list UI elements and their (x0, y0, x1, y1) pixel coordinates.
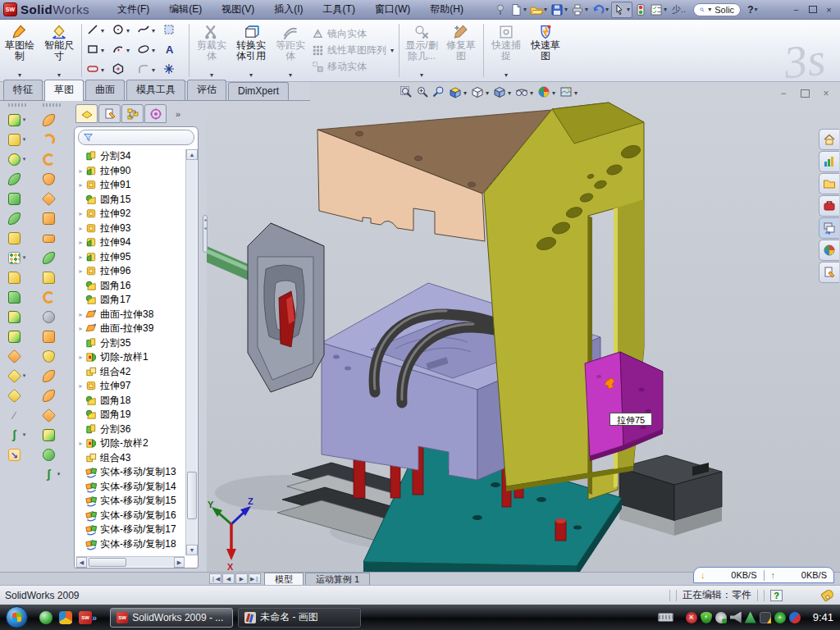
expand-arrow-icon[interactable]: ▸ (76, 239, 85, 246)
caret-down-icon[interactable]: ▾ (23, 136, 26, 143)
custom-properties-tab[interactable] (819, 262, 839, 283)
point-button[interactable] (161, 61, 186, 80)
mirror-entities-button[interactable]: 镜向实体 (312, 27, 395, 42)
caret-down-icon[interactable]: ▾ (126, 47, 130, 54)
rebuild-button[interactable] (633, 2, 648, 17)
tags-icon[interactable] (820, 588, 835, 602)
slot-button[interactable]: ▾ (84, 61, 110, 80)
caret-down-icon[interactable]: ▾ (552, 89, 555, 97)
spiral-button[interactable]: ʃ▾ (43, 464, 62, 484)
caret-down-icon[interactable]: ▾ (486, 89, 489, 97)
smart-dimension-button[interactable]: 智能尺寸 ▾ (39, 20, 79, 81)
delete-face-button[interactable] (43, 307, 62, 326)
model-3d-view[interactable]: Y Z X (207, 101, 840, 572)
circle-button[interactable]: ▾ (110, 21, 135, 41)
panel-splitter-handle[interactable]: ◂◂ (203, 215, 208, 253)
caret-down-icon[interactable]: ▾ (152, 27, 155, 34)
feature-tree-item[interactable]: ▸拉伸96 (76, 264, 185, 279)
toolbar-grip[interactable] (43, 103, 61, 107)
tree-horizontal-scrollbar[interactable]: ◀ ▶ (76, 556, 185, 567)
feature-tree-item[interactable]: 圆角15 (76, 193, 185, 208)
caret-down-icon[interactable]: ▾ (530, 89, 533, 97)
line-button[interactable]: ▾ (84, 21, 110, 41)
scroll-up-icon[interactable]: ▲ (186, 149, 198, 160)
extrude75-block[interactable] (585, 352, 663, 461)
caret-down-icon[interactable]: ▾ (152, 47, 155, 54)
feature-tree-item[interactable]: 圆角18 (76, 394, 185, 409)
tab-草图[interactable]: 草图 (44, 80, 84, 101)
caret-down-icon[interactable]: ▾ (101, 27, 104, 34)
feature-tree-item[interactable]: 实体-移动/复制16 (76, 509, 185, 523)
feature-tree-item[interactable]: 实体-移动/复制17 (76, 523, 185, 537)
scene-button[interactable]: ▾ (559, 84, 579, 102)
arc-button[interactable]: ▾ (110, 41, 135, 61)
caret-down-icon[interactable]: ▾ (23, 431, 26, 438)
zoom-fit-button[interactable] (399, 84, 413, 102)
menu-工具(T)[interactable]: 工具(T) (315, 0, 363, 19)
feature-tree-item[interactable]: ▸拉伸95 (76, 250, 185, 265)
antivirus-icon[interactable]: ⚡ (701, 612, 712, 623)
convert-entities-button[interactable]: 转换实体引用 ▾ (231, 20, 271, 81)
extruded-cut-button[interactable]: ▾ (8, 130, 27, 149)
volume-icon[interactable] (730, 612, 742, 623)
feature-tree-item[interactable]: 圆角19 (76, 408, 185, 422)
select-cursor-button[interactable]: ▾ (611, 2, 632, 18)
feature-tree-item[interactable]: 分割34 (76, 149, 185, 164)
display-style-button[interactable]: ▾ (492, 84, 513, 102)
vpn-icon[interactable] (745, 612, 756, 623)
caret-down-icon[interactable]: ▾ (23, 372, 26, 379)
design-library-tab[interactable] (819, 151, 839, 172)
undo-button[interactable]: ▾ (591, 2, 610, 17)
fill-surface-button[interactable] (43, 228, 62, 248)
configurationmanager-tab[interactable] (121, 104, 144, 123)
feature-tree-item[interactable]: 分割36 (76, 422, 185, 437)
tab-曲面[interactable]: 曲面 (85, 80, 125, 100)
print-button[interactable]: ▾ (570, 2, 590, 17)
caret-down-icon[interactable]: ▾ (544, 6, 547, 13)
section-view-button[interactable]: ▾ (448, 84, 468, 102)
menu-窗口(W)[interactable]: 窗口(W) (367, 0, 418, 19)
view-palette-tab[interactable] (819, 217, 839, 239)
move-copy-button[interactable] (8, 346, 27, 366)
expand-arrow-icon[interactable]: ▸ (76, 267, 85, 275)
feature-tree-item[interactable]: ▸曲面-拉伸38 (76, 308, 185, 322)
expand-arrow-icon[interactable]: ▸ (76, 181, 85, 189)
replace-face-button[interactable] (43, 425, 62, 445)
feature-tree-item[interactable]: ▸拉伸97 (76, 379, 185, 394)
browser-icon[interactable] (59, 611, 72, 624)
menu-编辑(E)[interactable]: 编辑(E) (161, 0, 210, 19)
scroll-right-icon[interactable]: ▶ (174, 557, 185, 568)
zoom-area-button[interactable] (415, 84, 430, 102)
input-method-icon[interactable] (658, 613, 673, 622)
caret-down-icon[interactable]: ▾ (23, 156, 26, 162)
extruded-boss-button[interactable]: ▾ (8, 110, 27, 130)
feature-tree-item[interactable]: 组合43 (76, 451, 185, 466)
helix-button[interactable]: ʃ▾ (8, 425, 27, 445)
feature-tree-item[interactable]: 实体-移动/复制14 (76, 480, 185, 495)
extend-c-button[interactable] (43, 149, 62, 169)
rectangle-button[interactable]: ▾ (84, 41, 110, 61)
ruled-surface-button[interactable] (43, 366, 62, 386)
swept-surface-button[interactable] (43, 110, 62, 130)
doc-close-button[interactable]: × (819, 87, 833, 99)
caret-down-icon[interactable]: ▾ (574, 89, 578, 97)
caret-down-icon[interactable]: ▾ (57, 471, 61, 477)
quick-snaps-button[interactable]: 快速捕捉 ▾ (486, 20, 526, 81)
caret-down-icon[interactable]: ▾ (126, 27, 130, 34)
revolved-surface-button[interactable] (43, 130, 62, 149)
appearances-pane-tab[interactable] (819, 240, 839, 261)
insert-part-button[interactable]: ▾ (8, 366, 27, 386)
caret-down-icon[interactable]: ▾ (627, 6, 630, 13)
nav-prev-button[interactable]: ◀ (222, 573, 235, 584)
tree-filter-field[interactable] (78, 130, 194, 145)
scrollbar-thumb[interactable] (89, 558, 126, 567)
health-icon[interactable]: + (774, 612, 786, 623)
doc-minimize-button[interactable]: − (776, 87, 791, 99)
menu-视图(V)[interactable]: 视图(V) (213, 0, 262, 19)
doc-tab-模型[interactable]: 模型 (264, 573, 304, 585)
feature-tree-item[interactable]: 实体-移动/复制15 (76, 494, 185, 509)
repair-sketch-button[interactable]: 修复草图 (441, 20, 481, 81)
dimxpertmanager-tab[interactable] (144, 104, 167, 123)
tree-vertical-scrollbar[interactable]: ▲ ▼ (185, 149, 197, 555)
tab-模具工具[interactable]: 模具工具 (126, 80, 185, 100)
